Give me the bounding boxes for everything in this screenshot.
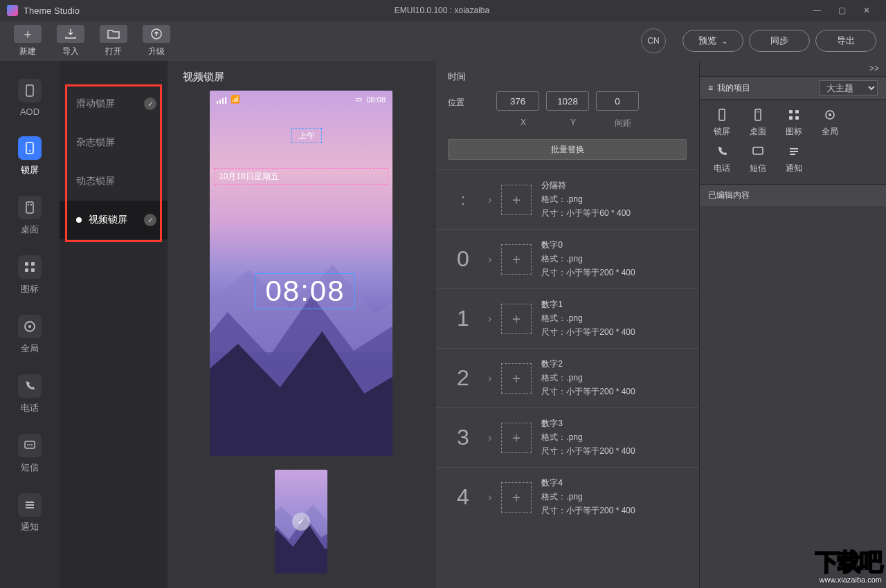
minimize-button[interactable]: — bbox=[804, 0, 829, 21]
upgrade-button[interactable]: 升级 bbox=[143, 25, 170, 57]
pos-x-input[interactable] bbox=[496, 91, 539, 111]
nav-aod[interactable]: AOD bbox=[0, 71, 60, 128]
module-list[interactable]: 通知 bbox=[776, 143, 812, 174]
grid-icon bbox=[786, 107, 802, 123]
toolbar: ＋ 新建 导入 打开 升级 CN 预览 ⌄ 同步 导出 bbox=[0, 21, 886, 61]
pos-y-input[interactable] bbox=[546, 91, 589, 111]
chevron-right-icon[interactable]: › bbox=[488, 432, 491, 444]
asset-format: 格式：.png bbox=[541, 253, 635, 265]
svg-rect-6 bbox=[30, 204, 32, 205]
chevron-right-icon[interactable]: › bbox=[488, 253, 491, 266]
lock-type-label: 滑动锁屏 bbox=[76, 98, 115, 110]
lock-type-list: 滑动锁屏✓杂志锁屏动态锁屏视频锁屏✓ bbox=[60, 61, 168, 588]
svg-point-16 bbox=[31, 444, 33, 445]
list-icon bbox=[786, 143, 802, 160]
nav-label: 全局 bbox=[21, 342, 39, 355]
chevron-right-icon[interactable]: › bbox=[488, 313, 491, 325]
sms-icon bbox=[18, 434, 42, 457]
svg-rect-7 bbox=[25, 262, 28, 266]
chevron-right-icon[interactable]: › bbox=[488, 194, 491, 206]
asset-dropzone[interactable]: ＋ bbox=[501, 482, 532, 513]
module-desktop[interactable]: 桌面 bbox=[740, 107, 776, 138]
export-button[interactable]: 导出 bbox=[815, 30, 876, 52]
asset-title: 分隔符 bbox=[541, 180, 631, 192]
asset-glyph: 4 bbox=[448, 484, 478, 510]
open-button[interactable]: 打开 bbox=[100, 25, 127, 57]
new-button[interactable]: ＋ 新建 bbox=[14, 25, 42, 57]
asset-meta: 数字1格式：.png尺寸：小于等于200 * 400 bbox=[541, 299, 635, 338]
chevron-right-icon[interactable]: › bbox=[488, 491, 491, 504]
batch-replace-button[interactable]: 批量替换 bbox=[448, 139, 687, 160]
asset-dropzone[interactable]: ＋ bbox=[501, 423, 532, 453]
date-box[interactable]: 10月18日星期五 bbox=[214, 168, 388, 185]
theme-type-select[interactable]: 大主题 bbox=[819, 80, 878, 95]
module-chat[interactable]: 短信 bbox=[740, 143, 776, 174]
asset-size: 尺寸：小于等于60 * 400 bbox=[541, 208, 631, 219]
module-grid[interactable]: 图标 bbox=[776, 107, 812, 138]
asset-dropzone[interactable]: ＋ bbox=[501, 363, 532, 394]
asset-meta: 数字4格式：.png尺寸：小于等于200 * 400 bbox=[541, 477, 635, 517]
call-icon bbox=[714, 143, 730, 160]
module-label: 桌面 bbox=[750, 126, 766, 138]
pos-gap-input[interactable] bbox=[596, 91, 639, 111]
asset-dropzone[interactable]: ＋ bbox=[501, 304, 532, 334]
lock-type-item[interactable]: 杂志锁屏 bbox=[60, 123, 168, 162]
asset-format: 格式：.png bbox=[541, 194, 631, 205]
phone-preview[interactable]: 📶 ▭ 08:08 上午 10月18日星期五 08:08 bbox=[210, 91, 392, 456]
svg-rect-17 bbox=[26, 502, 34, 503]
position-label: 位置 bbox=[448, 91, 489, 109]
asset-dropzone[interactable]: ＋ bbox=[501, 244, 532, 275]
nav-icons[interactable]: 图标 bbox=[0, 247, 60, 306]
desktop-icon bbox=[750, 107, 766, 123]
expand-button[interactable]: >> bbox=[700, 61, 886, 76]
svg-rect-25 bbox=[795, 110, 799, 113]
lock-type-item[interactable]: 视频锁屏✓ bbox=[60, 201, 168, 239]
nav-label: 短信 bbox=[21, 461, 39, 474]
import-button[interactable]: 导入 bbox=[57, 25, 84, 57]
nav-label: 锁屏 bbox=[21, 164, 39, 176]
titlebar: Theme Studio EMUI10.0.100 : xoiazaiba — … bbox=[0, 0, 886, 21]
asset-row: :›＋分隔符格式：.png尺寸：小于等于60 * 400 bbox=[435, 169, 699, 229]
maximize-button[interactable]: ▢ bbox=[829, 0, 854, 21]
preview-title: 视频锁屏 bbox=[168, 61, 224, 91]
y-label: Y bbox=[552, 118, 595, 129]
clock-box[interactable]: 08:08 bbox=[255, 273, 355, 309]
lock-type-item[interactable]: 动态锁屏 bbox=[60, 162, 168, 201]
asset-title: 数字1 bbox=[541, 299, 635, 311]
nav-global[interactable]: 全局 bbox=[0, 306, 60, 366]
module-label: 短信 bbox=[750, 163, 766, 174]
asset-dropzone[interactable]: ＋ bbox=[501, 185, 532, 215]
check-icon: ✓ bbox=[144, 214, 156, 226]
svg-rect-31 bbox=[790, 148, 798, 149]
nav-desktop[interactable]: 桌面 bbox=[0, 187, 60, 247]
svg-rect-32 bbox=[790, 151, 798, 152]
icons-icon bbox=[18, 255, 42, 279]
chevron-right-icon[interactable]: › bbox=[488, 372, 491, 385]
module-gear[interactable]: 全局 bbox=[812, 107, 848, 138]
svg-rect-23 bbox=[759, 111, 760, 113]
svg-point-29 bbox=[829, 113, 831, 116]
asset-row: 4›＋数字4格式：.png尺寸：小于等于200 * 400 bbox=[435, 467, 699, 526]
notify-icon bbox=[18, 493, 42, 517]
folder-icon bbox=[100, 25, 127, 43]
preview-button[interactable]: 预览 ⌄ bbox=[682, 30, 743, 52]
nav-notify[interactable]: 通知 bbox=[0, 485, 60, 544]
nav-lock[interactable]: 锁屏 bbox=[0, 128, 60, 187]
preview-thumbnail[interactable]: ✓ bbox=[275, 470, 327, 573]
asset-glyph: 0 bbox=[448, 246, 478, 272]
nav-sms[interactable]: 短信 bbox=[0, 425, 60, 485]
sync-button[interactable]: 同步 bbox=[749, 30, 810, 52]
nav-label: AOD bbox=[20, 107, 39, 117]
lock-type-item[interactable]: 滑动锁屏✓ bbox=[60, 84, 168, 123]
new-label: 新建 bbox=[19, 46, 36, 57]
chat-icon bbox=[750, 143, 766, 160]
module-call[interactable]: 电话 bbox=[704, 143, 740, 174]
section-time-label: 时间 bbox=[435, 61, 699, 89]
close-button[interactable]: ✕ bbox=[854, 0, 879, 21]
check-icon: ✓ bbox=[144, 98, 156, 110]
nav-phone[interactable]: 电话 bbox=[0, 366, 60, 425]
language-toggle[interactable]: CN bbox=[641, 28, 666, 53]
ampm-box[interactable]: 上午 bbox=[291, 128, 322, 143]
plus-icon: ＋ bbox=[14, 25, 42, 43]
module-phone[interactable]: 锁屏 bbox=[704, 107, 740, 138]
